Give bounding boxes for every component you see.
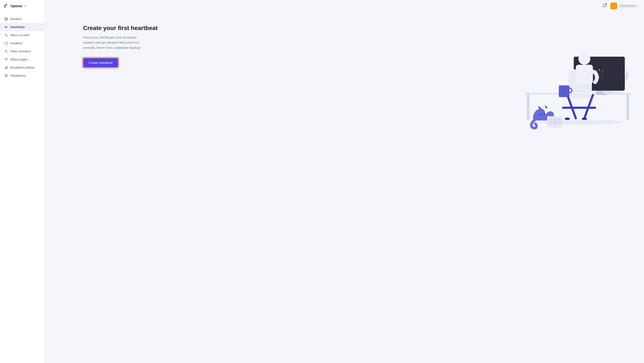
sidebar-label-monitors: Monitors [10,17,22,21]
main-content: Create your first heartbeat Track your C… [45,0,644,363]
page-title: Create your first heartbeat [83,25,158,32]
sidebar-item-oncall[interactable]: Who's on-call? [0,31,44,39]
heartbeat-icon [4,25,8,29]
user-chevron-icon: ▾ [638,4,639,8]
illustration [508,16,636,136]
svg-point-7 [6,50,7,51]
svg-rect-50 [559,85,570,97]
svg-rect-1 [6,4,7,5]
sidebar-label-integrations: Integrations [10,74,26,77]
sidebar-item-heartbeats[interactable]: Heartbeats [0,23,44,31]
sidebar-item-team[interactable]: Team members [0,47,44,55]
sidebar-item-integrations[interactable]: Integrations [0,72,44,80]
phone-icon [4,33,8,37]
sidebar: Uptime ▾ Monitors Heartbeats [0,0,45,363]
notification-dot [605,3,607,5]
avatar [610,2,617,9]
sidebar-label-escalation: Escalation policies [10,66,35,69]
topbar: ▾ [45,0,644,12]
nav-menu: Monitors Heartbeats Who's on-call? [0,12,44,82]
svg-point-48 [565,118,570,120]
svg-rect-11 [7,66,8,69]
page-description: Track your CRON jobs and serverless work… [83,35,147,50]
svg-point-8 [6,60,6,61]
globe-icon [4,17,8,21]
user-menu-button[interactable]: ▾ [610,2,639,9]
sidebar-label-status: Status pages [10,58,28,61]
logo-text: Uptime [11,4,22,8]
sidebar-label-heartbeats: Heartbeats [10,25,25,29]
sidebar-item-incidents[interactable]: Incidents [0,39,44,47]
shield-icon [4,41,8,45]
sidebar-label-incidents: Incidents [10,42,22,45]
svg-rect-19 [527,94,530,120]
person-icon [4,50,8,53]
svg-rect-2 [4,6,6,8]
sidebar-label-team: Team members [10,50,31,53]
username-text [619,5,636,7]
sidebar-item-status[interactable]: Status pages [0,55,44,64]
svg-point-59 [538,120,623,125]
svg-point-52 [544,113,545,115]
svg-rect-3 [6,6,7,6]
escalation-icon [4,66,8,70]
svg-point-51 [540,114,542,116]
logo-icon [4,4,9,8]
notifications-button[interactable] [602,3,607,9]
svg-point-13 [6,75,6,76]
svg-rect-9 [5,68,6,69]
svg-rect-0 [4,5,6,6]
svg-rect-44 [576,65,593,84]
logo-chevron-icon: ▾ [25,5,26,8]
integrations-icon [4,74,8,78]
wifi-icon [4,58,8,61]
create-heartbeat-button[interactable]: Create heartbeat [83,58,118,68]
content-area: Create your first heartbeat Track your C… [45,12,644,363]
sidebar-item-escalation[interactable]: Escalation policies [0,64,44,72]
svg-point-43 [578,53,590,65]
logo[interactable]: Uptime ▾ [0,0,44,12]
svg-rect-10 [6,67,6,69]
sidebar-item-monitors[interactable]: Monitors [0,15,44,23]
svg-rect-20 [626,94,629,120]
sidebar-label-oncall: Who's on-call? [10,34,30,37]
